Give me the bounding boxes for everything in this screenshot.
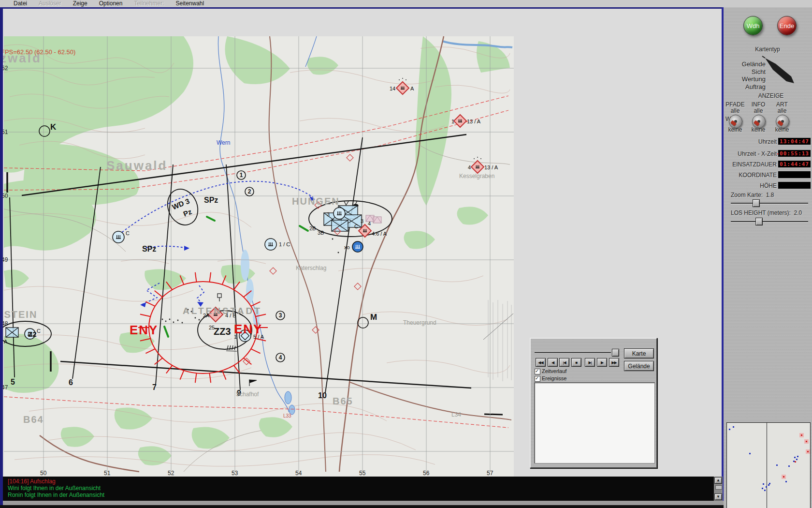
objective-label-spz1: SPz bbox=[204, 196, 218, 204]
switch-bottom-label: keine bbox=[747, 126, 769, 133]
switch-name-art: ART bbox=[771, 101, 793, 108]
unit-label: 13 / A bbox=[484, 164, 498, 170]
zoom-karte-slider-handle[interactable] bbox=[753, 199, 760, 207]
friendly-unit-circle[interactable] bbox=[113, 231, 124, 243]
grid-label-y: 49 bbox=[3, 256, 8, 263]
zoom-karte-value: 1.8 bbox=[766, 192, 774, 198]
karte-button[interactable]: Karte bbox=[624, 348, 654, 359]
grid-label-x: 55 bbox=[359, 470, 366, 477]
impact-dot bbox=[165, 321, 167, 322]
route-number: 7 bbox=[152, 383, 157, 391]
map-place-label: KSTEIN bbox=[3, 309, 37, 320]
friendly-unit-circle[interactable] bbox=[265, 239, 276, 250]
minimap-friendly-dot bbox=[776, 464, 778, 466]
minimap-friendly-dot bbox=[796, 459, 798, 460]
zoom-karte-slider-track[interactable] bbox=[731, 203, 808, 204]
field-value-4 bbox=[778, 171, 811, 178]
circled-number-1: 1 bbox=[237, 171, 246, 179]
friendly-unit-circle[interactable] bbox=[352, 241, 363, 252]
ende-button[interactable]: Ende bbox=[777, 16, 797, 35]
minimap-friendly-dot bbox=[733, 426, 734, 428]
menu-item-optionen[interactable]: Optionen bbox=[99, 0, 123, 7]
circled-number-3: 3 bbox=[276, 311, 285, 320]
unit-label: 3 bbox=[361, 218, 363, 224]
minimap-friendly-dot bbox=[763, 483, 764, 485]
grid-label-x: 54 bbox=[295, 470, 302, 477]
scroll-down-button[interactable]: ▼ bbox=[714, 493, 722, 500]
impact-dot bbox=[177, 320, 179, 321]
unit-label: C bbox=[37, 328, 41, 334]
map-place-label: Wern bbox=[217, 139, 230, 146]
minimap-divider bbox=[767, 423, 767, 508]
impact-dot bbox=[182, 322, 183, 324]
unit-label: 2B bbox=[309, 225, 316, 231]
playback-button-6[interactable]: ▶ bbox=[597, 358, 607, 367]
field-label-3: EINSATZDAUER bbox=[724, 161, 777, 168]
timeline-slider-track[interactable] bbox=[535, 352, 611, 353]
playback-button-5[interactable]: ▶| bbox=[585, 358, 595, 367]
playback-button-1[interactable]: ◀◀ bbox=[536, 358, 546, 367]
map-place-label: Sauwald bbox=[106, 158, 167, 173]
window-bottom-edge bbox=[0, 505, 724, 508]
scroll-up-button[interactable]: ▲ bbox=[714, 477, 722, 484]
menu-item-datei[interactable]: Datei bbox=[14, 0, 27, 7]
switch-top-label: alle bbox=[747, 107, 769, 114]
friendly-unit-square[interactable] bbox=[6, 328, 18, 337]
minimap-friendly-dot bbox=[762, 488, 763, 489]
playback-button-7[interactable]: ▶▶ bbox=[609, 358, 619, 367]
minimap-friendly-dot bbox=[729, 429, 730, 430]
switch-top-label: alle bbox=[724, 107, 746, 114]
friendly-unit-circle[interactable] bbox=[334, 208, 345, 219]
checkbox-ereignisse[interactable] bbox=[535, 376, 540, 382]
timeline-slider-handle[interactable] bbox=[612, 349, 619, 357]
unit-label: 3 bbox=[327, 211, 330, 217]
minimap-enemy-dot bbox=[783, 476, 784, 478]
console-scrollbar[interactable]: ▲ ▼ bbox=[714, 477, 723, 501]
unit-label: 1 bbox=[234, 334, 237, 340]
unit-label: 13 / A bbox=[467, 119, 481, 124]
playback-button-2[interactable]: ◀ bbox=[548, 358, 558, 367]
menu-item-seitenwahl[interactable]: Seitenwahl bbox=[175, 0, 204, 7]
grid-label-x: 56 bbox=[423, 470, 430, 477]
playback-button-3[interactable]: |◀ bbox=[559, 358, 569, 367]
menu-item-zeige[interactable]: Zeige bbox=[73, 0, 87, 7]
minimap-enemy-dot bbox=[801, 434, 802, 436]
minimap-friendly-dot bbox=[766, 486, 767, 488]
minimap-friendly-dot bbox=[764, 490, 766, 491]
faded-unit-square bbox=[373, 217, 381, 223]
grid-label-y: 51 bbox=[3, 129, 8, 135]
los-slider-track[interactable] bbox=[731, 221, 808, 222]
minimap-enemy-dot bbox=[795, 461, 796, 463]
minimap-enemy-dot bbox=[807, 451, 809, 452]
impact-dot bbox=[199, 319, 200, 321]
gelaende-button[interactable]: Gelände bbox=[624, 361, 654, 371]
unit-label: 3B bbox=[318, 230, 324, 236]
svg-text:4: 4 bbox=[279, 354, 282, 361]
impact-dot bbox=[195, 317, 196, 319]
unit-label: 4.6 / A bbox=[372, 231, 387, 237]
menu-bar: DateiAuslöserZeigeOptionenTeilnehmer:Sei… bbox=[0, 0, 812, 7]
playback-button-4[interactable]: ■ bbox=[571, 358, 581, 367]
message-console[interactable]: [104:16] AufschlagWini folgt Ihnen in de… bbox=[3, 477, 714, 501]
console-line: Ronin folgt Ihnen in der Außenansicht bbox=[8, 492, 714, 498]
map-place-label: HUNGEN bbox=[292, 196, 340, 207]
unit-label: 2A bbox=[203, 313, 210, 318]
scrollbar-thumb[interactable] bbox=[715, 485, 722, 490]
console-line: [104:16] Aufschlag bbox=[8, 478, 714, 485]
checkbox-zeitverlauf[interactable] bbox=[535, 369, 540, 374]
map-place-label: Schafhof bbox=[236, 391, 259, 398]
objective-label-zz3: ZZ3 bbox=[214, 326, 231, 337]
svg-text:3: 3 bbox=[279, 312, 282, 319]
unit-label: 5 / A bbox=[253, 334, 264, 340]
friendly-unit-square[interactable] bbox=[332, 220, 348, 231]
menu-item-teilnehmer: Teilnehmer: bbox=[134, 0, 164, 7]
overview-minimap[interactable] bbox=[726, 422, 811, 508]
event-listbox[interactable] bbox=[534, 382, 655, 463]
map-place-label: B64 bbox=[23, 414, 44, 425]
wdh-button[interactable]: Wdh bbox=[743, 16, 763, 35]
switch-name-info: INFO bbox=[747, 101, 769, 108]
switch-name-pfade: PFADE bbox=[724, 101, 746, 108]
map-place-label: L34 bbox=[451, 411, 461, 418]
grid-label-x: 53 bbox=[232, 470, 238, 477]
los-slider-handle[interactable] bbox=[755, 218, 763, 225]
